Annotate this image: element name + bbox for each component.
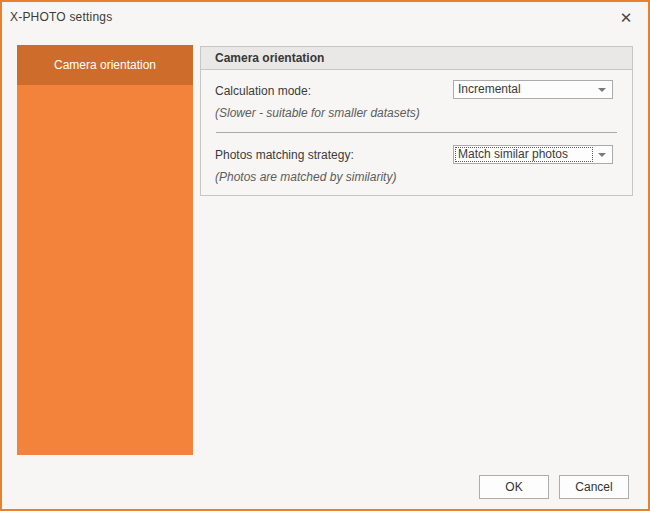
- calculation-mode-value: Incremental: [458, 81, 592, 98]
- section-divider: [216, 132, 617, 133]
- calculation-mode-dropdown[interactable]: Incremental: [453, 80, 613, 99]
- ok-button[interactable]: OK: [479, 475, 549, 499]
- close-button[interactable]: ✕: [614, 6, 638, 30]
- photos-matching-strategy-dropdown[interactable]: Match similar photos: [453, 145, 613, 164]
- sidebar-item-camera-orientation[interactable]: Camera orientation: [17, 45, 193, 85]
- cancel-button[interactable]: Cancel: [559, 475, 629, 499]
- settings-dialog: X-PHOTO settings ✕ Camera orientation Ca…: [0, 0, 650, 511]
- photos-matching-strategy-note: (Photos are matched by similarity): [215, 170, 396, 184]
- chevron-down-icon: [598, 153, 606, 157]
- sidebar-item-label: Camera orientation: [54, 58, 156, 72]
- calculation-mode-note: (Slower - suitable for smaller datasets): [215, 106, 420, 120]
- camera-orientation-panel: Camera orientation Calculation mode: Inc…: [200, 46, 633, 196]
- chevron-down-icon: [598, 88, 606, 92]
- photos-matching-strategy-label: Photos matching strategy:: [215, 148, 354, 162]
- photos-matching-strategy-value: Match similar photos: [458, 146, 592, 163]
- dialog-title: X-PHOTO settings: [10, 10, 112, 24]
- sidebar: Camera orientation: [17, 45, 193, 455]
- title-bar: X-PHOTO settings ✕: [2, 2, 648, 34]
- section-header: Camera orientation: [201, 47, 632, 70]
- calculation-mode-label: Calculation mode:: [215, 84, 311, 98]
- close-icon: ✕: [620, 9, 633, 27]
